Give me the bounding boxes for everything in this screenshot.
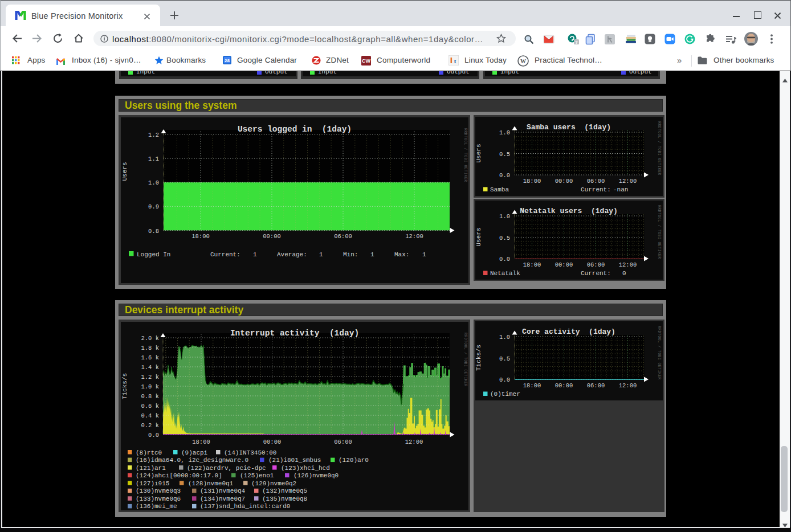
svg-text:Users logged in (1day): Users logged in (1day) <box>238 125 352 134</box>
svg-text:(122)aerdrv, pcie-dpc: (122)aerdrv, pcie-dpc <box>187 465 266 472</box>
svg-text:1.6 k: 1.6 k <box>141 354 159 361</box>
svg-text:12:00: 12:00 <box>405 233 423 240</box>
svg-text:1.0: 1.0 <box>148 179 159 186</box>
svg-text:(130)nvme0q3: (130)nvme0q3 <box>136 488 181 494</box>
svg-text:0.4 k: 0.4 k <box>141 412 159 419</box>
svg-text:(135)nvme0q8: (135)nvme0q8 <box>262 496 307 502</box>
svg-text:(21)i801_smbus: (21)i801_smbus <box>268 457 321 464</box>
svg-text:(126)nvme0q0: (126)nvme0q0 <box>293 472 339 479</box>
svg-text:1: 1 <box>319 251 323 258</box>
svg-text:00:00: 00:00 <box>555 261 573 268</box>
svg-text:(124)ahci[0000:00:17.0]: (124)ahci[0000:00:17.0] <box>136 472 222 479</box>
svg-text:RRDTOOL / TOBI OETIKER: RRDTOOL / TOBI OETIKER <box>463 333 467 387</box>
svg-text:Samba: Samba <box>490 186 509 193</box>
svg-text:1.8 k: 1.8 k <box>141 345 159 351</box>
svg-text:RRDTOOL / TOBI OETIKER: RRDTOOL / TOBI OETIKER <box>657 121 661 175</box>
svg-text:12:00: 12:00 <box>619 178 637 185</box>
svg-text:(137)snd_hda_intel:card0: (137)snd_hda_intel:card0 <box>200 503 290 510</box>
svg-text:00:00: 00:00 <box>555 178 573 185</box>
svg-text:28: 28 <box>225 58 230 63</box>
svg-text:Core activity (1day): Core activity (1day) <box>522 328 615 336</box>
svg-text:(125)eno1: (125)eno1 <box>240 472 274 479</box>
svg-text:06:00: 06:00 <box>587 382 605 389</box>
svg-text:06:00: 06:00 <box>334 233 352 240</box>
svg-text:18:00: 18:00 <box>523 382 541 389</box>
svg-text:00:00: 00:00 <box>263 439 282 445</box>
svg-text:(14)INT3450:00: (14)INT3450:00 <box>224 449 276 456</box>
svg-text:1.2: 1.2 <box>148 132 159 138</box>
svg-text:RRDTOOL / TOBI OETIKER: RRDTOOL / TOBI OETIKER <box>657 205 661 259</box>
svg-text:06:00: 06:00 <box>334 439 352 445</box>
svg-text:Netatalk users (1day): Netatalk users (1day) <box>520 207 618 215</box>
svg-text:12:00: 12:00 <box>405 439 423 445</box>
svg-text:Min:: Min: <box>343 251 358 258</box>
svg-text:18:00: 18:00 <box>523 261 541 268</box>
svg-text:Max:: Max: <box>394 251 409 258</box>
svg-text:-nan: -nan <box>613 186 628 193</box>
svg-text:Netatalk: Netatalk <box>490 270 520 277</box>
svg-text:(128)nvme0q1: (128)nvme0q1 <box>188 480 234 487</box>
svg-text:(123)xhci_hcd: (123)xhci_hcd <box>281 465 330 472</box>
svg-text:00:00: 00:00 <box>555 382 573 389</box>
svg-text:0.2 k: 0.2 k <box>141 422 159 429</box>
svg-text:Average:: Average: <box>277 251 307 258</box>
svg-text:Ticks/s: Ticks/s <box>121 373 128 399</box>
svg-text:W: W <box>520 58 526 64</box>
svg-text:1.0: 1.0 <box>499 129 510 136</box>
svg-text:(132)nvme0q5: (132)nvme0q5 <box>262 488 307 494</box>
svg-text:0.0: 0.0 <box>148 432 159 439</box>
svg-text:1.1: 1.1 <box>148 155 159 162</box>
svg-text:Users: Users <box>121 162 128 181</box>
svg-text:(9)acpi: (9)acpi <box>181 449 208 456</box>
svg-text:RRDTOOL / TOBI OETIKER: RRDTOOL / TOBI OETIKER <box>657 326 661 380</box>
svg-text:(136)mei_me: (136)mei_me <box>136 503 177 510</box>
svg-text:Users: Users <box>475 144 482 162</box>
svg-text:12:00: 12:00 <box>619 261 637 268</box>
svg-text:0.8: 0.8 <box>148 228 159 235</box>
svg-text:0.8 k: 0.8 k <box>141 393 159 400</box>
svg-text:RRDTOOL / TOBI OETIKER: RRDTOOL / TOBI OETIKER <box>463 128 467 182</box>
svg-text:00:00: 00:00 <box>263 233 281 240</box>
svg-text:18:00: 18:00 <box>192 439 210 445</box>
svg-text:(16)idma64.0, i2c_designware.0: (16)idma64.0, i2c_designware.0 <box>136 457 248 464</box>
svg-text:CW: CW <box>362 58 370 64</box>
svg-text:Samba users (1day): Samba users (1day) <box>527 123 611 132</box>
svg-text:Ticks/s: Ticks/s <box>475 345 482 371</box>
svg-text:(129)nvme0q2: (129)nvme0q2 <box>251 480 296 487</box>
svg-text:?: ? <box>575 39 578 44</box>
svg-text:(8)rtc0: (8)rtc0 <box>136 449 162 456</box>
svg-text:12:00: 12:00 <box>619 382 637 389</box>
svg-text:Current:: Current: <box>581 270 611 277</box>
svg-text:18:00: 18:00 <box>191 233 210 240</box>
svg-text:1.0 k: 1.0 k <box>141 383 159 390</box>
svg-text:Current:: Current: <box>581 186 611 193</box>
svg-text:(133)nvme0q6: (133)nvme0q6 <box>136 496 181 502</box>
svg-text:(134)nvme0q7: (134)nvme0q7 <box>200 496 245 502</box>
svg-text:0.9: 0.9 <box>148 203 159 210</box>
svg-text:0: 0 <box>622 270 626 277</box>
svg-text:0.0: 0.0 <box>499 172 510 179</box>
svg-text:(127)i915: (127)i915 <box>136 480 169 487</box>
svg-text:0.0: 0.0 <box>499 377 510 383</box>
svg-text:06:00: 06:00 <box>587 261 605 268</box>
svg-text:Users: Users <box>475 227 482 246</box>
svg-text:Interrupt activity (1day): Interrupt activity (1day) <box>230 329 359 338</box>
svg-text:0.5: 0.5 <box>499 151 510 158</box>
svg-text:2.0 k: 2.0 k <box>141 335 159 342</box>
svg-text:t: t <box>454 58 456 64</box>
svg-text:0.5: 0.5 <box>499 235 510 242</box>
svg-text:1.4 k: 1.4 k <box>141 364 159 371</box>
svg-text:1: 1 <box>370 251 374 258</box>
svg-text:06:00: 06:00 <box>587 178 605 185</box>
svg-text:(121)ar1: (121)ar1 <box>136 465 166 472</box>
svg-text:0.5: 0.5 <box>499 355 510 362</box>
svg-text:1: 1 <box>422 251 426 258</box>
svg-text:1.0: 1.0 <box>499 213 510 220</box>
svg-text:18:00: 18:00 <box>523 178 541 185</box>
svg-text:Current:: Current: <box>210 251 240 258</box>
svg-text:1.0: 1.0 <box>499 334 510 341</box>
svg-text:0.0: 0.0 <box>499 256 510 263</box>
svg-text:0.6 k: 0.6 k <box>141 403 159 410</box>
svg-text:(131)nvme0q4: (131)nvme0q4 <box>200 488 246 494</box>
svg-text:(120)ar0: (120)ar0 <box>339 457 369 464</box>
